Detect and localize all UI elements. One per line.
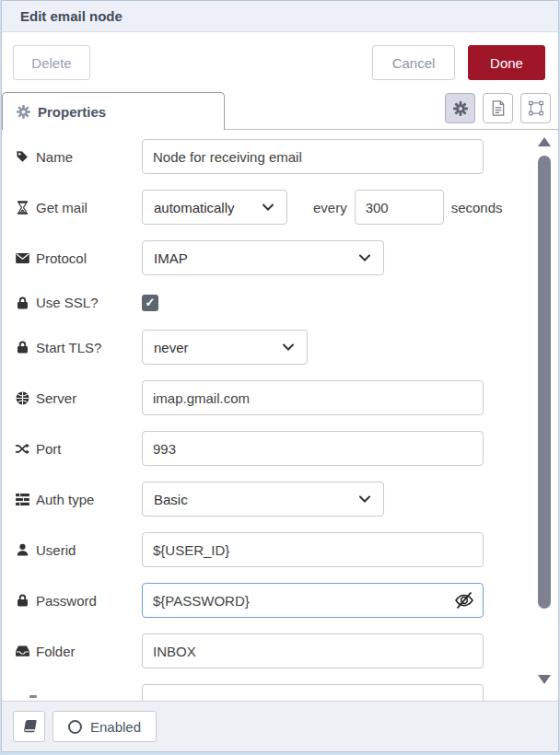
form-scrollbar xyxy=(535,134,554,699)
password-label-group: Password xyxy=(15,593,142,609)
node-help-button[interactable] xyxy=(13,711,45,742)
hourglass-icon xyxy=(15,200,29,215)
name-input[interactable] xyxy=(142,139,484,174)
repeat-seconds-input[interactable] xyxy=(355,190,444,225)
tab-properties[interactable]: Properties xyxy=(2,92,225,130)
envelope-icon xyxy=(15,250,29,265)
dialog-title: Edit email node xyxy=(2,1,558,32)
seconds-label: seconds xyxy=(451,200,503,215)
chevron-down-icon xyxy=(357,492,372,506)
done-button[interactable]: Done xyxy=(468,45,545,80)
auth-type-row: Auth type Basic xyxy=(15,482,558,517)
book-icon xyxy=(20,719,38,734)
object-group-icon xyxy=(529,101,543,116)
port-label-group: Port xyxy=(15,441,142,457)
document-icon xyxy=(491,101,506,116)
eye-slash-icon[interactable] xyxy=(453,590,475,613)
next-field-row-clipped xyxy=(15,684,558,701)
protocol-row: Protocol IMAP xyxy=(15,240,558,275)
auth-type-selected: Basic xyxy=(154,492,188,507)
globe-icon xyxy=(15,390,29,405)
protocol-label: Protocol xyxy=(36,250,87,266)
start-tls-row: Start TLS? never xyxy=(15,330,558,365)
tag-icon xyxy=(15,149,29,164)
name-row: Name xyxy=(15,139,558,174)
scrollbar-thumb[interactable] xyxy=(538,156,551,609)
auth-type-label-group: Auth type xyxy=(15,492,142,507)
partial-field-icon xyxy=(29,695,37,698)
properties-tab-button[interactable] xyxy=(445,93,475,123)
server-label-group: Server xyxy=(15,390,142,406)
use-ssl-label: Use SSL? xyxy=(36,295,99,310)
port-row: Port xyxy=(15,431,558,466)
server-label: Server xyxy=(36,390,76,406)
server-row: Server xyxy=(15,380,558,415)
lock-icon xyxy=(15,340,29,354)
userid-row: Userid xyxy=(15,532,558,567)
use-ssl-row: Use SSL? ✓ xyxy=(15,291,558,314)
dialog-toolbar: Delete Cancel Done xyxy=(2,32,558,89)
server-input[interactable] xyxy=(142,380,484,415)
get-mail-select[interactable]: automatically xyxy=(142,190,287,225)
cancel-button[interactable]: Cancel xyxy=(372,45,455,80)
properties-form: Name Get mail automatically every second… xyxy=(2,130,558,701)
auth-type-select[interactable]: Basic xyxy=(142,482,384,517)
every-label: every xyxy=(313,200,347,215)
userid-label-group: Userid xyxy=(15,542,142,558)
checkmark-icon: ✓ xyxy=(146,296,156,309)
get-mail-label: Get mail xyxy=(36,200,88,215)
dialog-footer: Enabled xyxy=(2,701,558,751)
port-label: Port xyxy=(36,441,62,457)
lock-icon xyxy=(15,593,29,608)
userid-label: Userid xyxy=(36,542,76,558)
protocol-selected: IMAP xyxy=(154,250,188,266)
start-tls-select[interactable]: never xyxy=(142,330,308,365)
port-input[interactable] xyxy=(142,431,484,466)
use-ssl-checkbox[interactable]: ✓ xyxy=(142,295,158,311)
shuffle-icon xyxy=(15,441,29,456)
folder-label-group: Folder xyxy=(15,644,142,659)
enabled-label: Enabled xyxy=(90,719,141,735)
use-ssl-label-group: Use SSL? xyxy=(15,295,142,310)
password-input[interactable] xyxy=(142,583,484,618)
node-enabled-toggle[interactable]: Enabled xyxy=(52,711,157,742)
appearance-tab-button[interactable] xyxy=(520,93,551,123)
get-mail-label-group: Get mail xyxy=(15,200,142,215)
password-field xyxy=(142,583,484,618)
gear-icon xyxy=(16,104,30,119)
tab-buttons xyxy=(445,93,551,123)
name-label-group: Name xyxy=(15,149,142,165)
lock-icon xyxy=(15,296,29,310)
folder-label: Folder xyxy=(36,644,76,659)
tab-properties-label: Properties xyxy=(38,104,106,120)
circle-icon xyxy=(68,720,82,734)
folder-input[interactable] xyxy=(142,633,484,668)
chevron-down-icon xyxy=(261,200,275,215)
protocol-label-group: Protocol xyxy=(15,250,142,266)
get-mail-row: Get mail automatically every seconds xyxy=(15,190,558,225)
folder-row: Folder xyxy=(15,633,558,668)
chevron-down-icon xyxy=(281,340,296,354)
tab-bar: Properties xyxy=(2,89,558,130)
password-label: Password xyxy=(36,593,97,609)
gear-icon xyxy=(453,101,468,116)
description-tab-button[interactable] xyxy=(483,93,513,123)
auth-type-label: Auth type xyxy=(36,492,94,507)
start-tls-label-group: Start TLS? xyxy=(15,340,142,355)
inbox-icon xyxy=(15,644,29,658)
userid-input[interactable] xyxy=(142,532,484,567)
tasks-icon xyxy=(15,492,29,506)
scroll-down-arrow[interactable] xyxy=(538,675,551,684)
edit-email-node-dialog: Edit email node Delete Cancel Done Prope… xyxy=(1,0,559,752)
next-field-input-clipped[interactable] xyxy=(142,684,484,701)
scroll-up-arrow[interactable] xyxy=(538,137,551,146)
delete-button[interactable]: Delete xyxy=(13,45,90,80)
start-tls-selected: never xyxy=(154,340,189,355)
start-tls-label: Start TLS? xyxy=(36,340,101,355)
get-mail-selected: automatically xyxy=(154,200,235,215)
protocol-select[interactable]: IMAP xyxy=(142,240,384,275)
name-label: Name xyxy=(36,149,73,165)
chevron-down-icon xyxy=(357,250,372,265)
next-field-label-group xyxy=(15,684,142,698)
password-row: Password xyxy=(15,583,558,618)
